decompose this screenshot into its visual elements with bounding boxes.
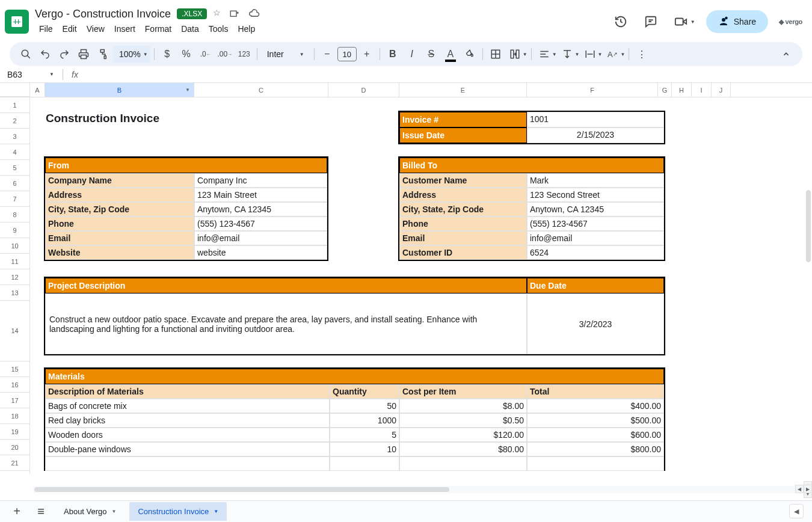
percent-icon[interactable]: % bbox=[177, 45, 195, 63]
increase-decimal-icon[interactable]: .00→ bbox=[216, 45, 234, 63]
rotate-icon[interactable]: A↗ bbox=[603, 45, 621, 63]
row-header-22[interactable]: 22 bbox=[0, 471, 30, 474]
redo-icon[interactable] bbox=[55, 45, 73, 63]
row-header-6[interactable]: 6 bbox=[0, 176, 30, 191]
col-header-J[interactable]: J bbox=[712, 83, 731, 97]
name-box[interactable]: B63▼ bbox=[2, 70, 59, 79]
explore-icon[interactable]: ◀ bbox=[789, 504, 804, 518]
scroll-right-icon[interactable]: ▶ bbox=[804, 485, 812, 493]
add-sheet-icon[interactable]: + bbox=[7, 502, 26, 521]
valign-caret[interactable]: ▼ bbox=[575, 52, 580, 57]
zoom-dropdown[interactable]: 100%▼ bbox=[113, 46, 150, 63]
print-icon[interactable] bbox=[75, 45, 93, 63]
row-header-13[interactable]: 13 bbox=[0, 285, 30, 301]
document-title[interactable]: Vergo - Construction Invoice bbox=[35, 8, 171, 20]
currency-icon[interactable]: $ bbox=[158, 45, 176, 63]
align-caret[interactable]: ▼ bbox=[552, 52, 557, 57]
col-header-E[interactable]: E bbox=[399, 83, 527, 97]
search-icon[interactable] bbox=[17, 45, 35, 63]
merge-cells-icon[interactable] bbox=[506, 45, 524, 63]
menu-format[interactable]: Format bbox=[141, 22, 176, 36]
menu-file[interactable]: File bbox=[35, 22, 57, 36]
col-header-D[interactable]: D bbox=[328, 83, 399, 97]
col-header-H[interactable]: H bbox=[672, 83, 692, 97]
all-sheets-icon[interactable]: ≡ bbox=[31, 502, 51, 521]
share-button[interactable]: Share bbox=[706, 10, 768, 33]
row-header-7[interactable]: 7 bbox=[0, 191, 30, 207]
cells-canvas[interactable]: Construction Invoice Invoice # 1001 Issu… bbox=[30, 97, 812, 474]
row-header-5[interactable]: 5 bbox=[0, 160, 30, 176]
col-header-F[interactable]: F bbox=[527, 83, 658, 97]
collapse-toolbar-icon[interactable] bbox=[777, 45, 795, 63]
col-header-B[interactable]: B bbox=[45, 83, 194, 97]
italic-icon[interactable]: I bbox=[403, 45, 421, 63]
text-color-icon[interactable]: A bbox=[441, 45, 460, 63]
row-header-19[interactable]: 19 bbox=[0, 424, 30, 440]
font-size-input[interactable]: 10 bbox=[337, 47, 357, 61]
valign-icon[interactable] bbox=[558, 45, 576, 63]
decrease-font-icon[interactable]: − bbox=[318, 45, 336, 63]
star-icon[interactable]: ☆ bbox=[213, 8, 221, 20]
align-icon[interactable] bbox=[535, 45, 553, 63]
font-family-dropdown[interactable]: Inter▼ bbox=[261, 46, 310, 63]
row-header-15[interactable]: 15 bbox=[0, 361, 30, 377]
undo-icon[interactable] bbox=[36, 45, 54, 63]
row-header-12[interactable]: 12 bbox=[0, 269, 30, 285]
meet-dropdown-caret[interactable]: ▼ bbox=[691, 19, 695, 25]
row-header-18[interactable]: 18 bbox=[0, 408, 30, 424]
row-header-21[interactable]: 21 bbox=[0, 455, 30, 471]
row-header-3[interactable]: 3 bbox=[0, 129, 30, 144]
share-label: Share bbox=[734, 17, 756, 26]
cloud-status-icon[interactable] bbox=[248, 8, 260, 20]
paint-format-icon[interactable] bbox=[94, 45, 112, 63]
col-header-C[interactable]: C bbox=[194, 83, 328, 97]
row-header-16[interactable]: 16 bbox=[0, 377, 30, 393]
col-header-I[interactable]: I bbox=[692, 83, 712, 97]
wrap-caret[interactable]: ▼ bbox=[598, 52, 603, 57]
bold-icon[interactable]: B bbox=[384, 45, 402, 63]
menu-data[interactable]: Data bbox=[177, 22, 203, 36]
horizontal-scrollbar[interactable] bbox=[33, 486, 795, 493]
more-formats-icon[interactable]: 123 bbox=[235, 45, 253, 63]
tab-construction-invoice[interactable]: Construction Invoice▼ bbox=[129, 502, 227, 521]
merge-dropdown-caret[interactable]: ▼ bbox=[523, 52, 527, 57]
fill-color-icon[interactable] bbox=[461, 45, 479, 63]
vertical-scrollbar[interactable] bbox=[806, 190, 811, 474]
vergo-logo[interactable]: ◆ vergo bbox=[779, 18, 802, 26]
row-header-2[interactable]: 2 bbox=[0, 113, 30, 129]
comment-icon[interactable] bbox=[641, 12, 660, 31]
rotate-caret[interactable]: ▼ bbox=[620, 52, 625, 57]
decrease-decimal-icon[interactable]: .0← bbox=[197, 45, 215, 63]
more-icon[interactable]: ⋮ bbox=[633, 45, 651, 63]
strike-icon[interactable]: S bbox=[422, 45, 440, 63]
menu-tools[interactable]: Tools bbox=[205, 22, 233, 36]
move-icon[interactable] bbox=[229, 8, 240, 20]
label-invoice-num: Invoice # bbox=[399, 112, 527, 127]
row-header-11[interactable]: 11 bbox=[0, 254, 30, 269]
increase-font-icon[interactable]: + bbox=[358, 45, 376, 63]
row-header-8[interactable]: 8 bbox=[0, 207, 30, 223]
scroll-left-icon[interactable]: ◀ bbox=[795, 485, 804, 493]
col-header-G[interactable]: G bbox=[658, 83, 672, 97]
wrap-icon[interactable] bbox=[581, 45, 599, 63]
row-header-14[interactable]: 14 bbox=[0, 301, 30, 361]
history-icon[interactable] bbox=[611, 12, 630, 31]
select-all-corner[interactable] bbox=[0, 83, 30, 97]
row-header-20[interactable]: 20 bbox=[0, 440, 30, 455]
mat-total: $800.00 bbox=[527, 442, 664, 456]
sheets-logo[interactable] bbox=[5, 10, 29, 34]
menu-help[interactable]: Help bbox=[233, 22, 259, 36]
row-header-1[interactable]: 1 bbox=[0, 97, 30, 113]
menu-view[interactable]: View bbox=[82, 22, 109, 36]
row-header-17[interactable]: 17 bbox=[0, 393, 30, 408]
menu-insert[interactable]: Insert bbox=[110, 22, 140, 36]
borders-icon[interactable] bbox=[487, 45, 505, 63]
menu-edit[interactable]: Edit bbox=[58, 22, 81, 36]
row-header-10[interactable]: 10 bbox=[0, 238, 30, 254]
row-header-9[interactable]: 9 bbox=[0, 223, 30, 238]
col-header-A[interactable]: A bbox=[30, 83, 45, 97]
meet-icon[interactable] bbox=[671, 12, 691, 31]
row-header-4[interactable]: 4 bbox=[0, 144, 30, 160]
svg-point-1 bbox=[22, 50, 28, 57]
tab-about-vergo[interactable]: About Vergo▼ bbox=[55, 502, 125, 521]
